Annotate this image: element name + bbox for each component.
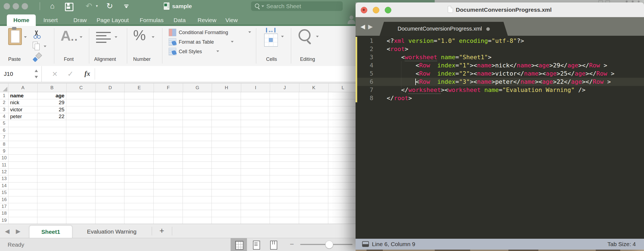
page-layout-view-button[interactable] <box>248 238 264 251</box>
formula-input[interactable] <box>96 66 356 82</box>
paste-button[interactable] <box>8 28 22 45</box>
sheet-tab-evaluation-warning[interactable]: Evaluation Warning <box>72 225 152 238</box>
column-header-K[interactable]: K <box>299 83 328 92</box>
cells-dropdown-icon[interactable] <box>281 36 284 37</box>
column-header-E[interactable]: E <box>124 83 154 92</box>
row-header-5[interactable]: 5 <box>0 120 8 127</box>
code-editor[interactable]: 1<?xml version="1.0" encoding="utf-8"?>2… <box>356 36 644 239</box>
row-header-4[interactable]: 4 <box>0 113 8 120</box>
editing-dropdown-icon[interactable] <box>316 36 319 37</box>
spreadsheet-grid[interactable]: 12345678910111213141516171819nameagenick… <box>0 92 356 224</box>
row-header-2[interactable]: 2 <box>0 99 8 106</box>
row-header-17[interactable]: 17 <box>0 203 8 210</box>
panel-toggle-icon[interactable] <box>362 241 369 247</box>
row-header-19[interactable]: 19 <box>0 217 8 224</box>
add-sheet-button[interactable]: + <box>158 224 166 238</box>
column-header-C[interactable]: C <box>66 83 96 92</box>
cell-B3[interactable]: 25 <box>37 106 67 113</box>
row-header-1[interactable]: 1 <box>0 92 8 99</box>
name-box-stepper[interactable] <box>34 69 38 79</box>
cell-A4[interactable]: peter <box>8 113 37 120</box>
row-header-9[interactable]: 9 <box>0 148 8 154</box>
share-person-icon[interactable] <box>347 15 356 24</box>
column-header-D[interactable]: D <box>96 83 125 92</box>
excel-status-bar: Ready − <box>0 238 356 251</box>
row-header-8[interactable]: 8 <box>0 141 8 148</box>
zoom-slider-knob[interactable] <box>325 241 333 249</box>
row-header-14[interactable]: 14 <box>0 182 8 189</box>
ribbon-tab-data[interactable]: Data <box>167 14 192 26</box>
ribbon-tab-review[interactable]: Review <box>191 14 223 26</box>
cell-A3[interactable]: victor <box>8 106 37 113</box>
row-header-18[interactable]: 18 <box>0 210 8 217</box>
code-line-5[interactable]: 5 <Row index="2"><name>victor</name><age… <box>356 70 644 78</box>
editor-file-tab[interactable]: DocumentConversionProgress.xml <box>380 22 508 36</box>
cell-B4[interactable]: 22 <box>37 113 67 120</box>
ribbon-tab-draw[interactable]: Draw <box>67 14 93 26</box>
cell-B1[interactable]: age <box>37 92 67 99</box>
code-line-3[interactable]: 3 <worksheet name="Sheet1"> <box>356 53 644 61</box>
number-dropdown-icon[interactable] <box>152 36 154 38</box>
cancel-icon[interactable]: ✕ <box>51 66 59 82</box>
row-header-16[interactable]: 16 <box>0 196 8 203</box>
row-header-3[interactable]: 3 <box>0 106 8 113</box>
normal-view-button[interactable] <box>231 238 247 251</box>
sheet-tab-divider <box>172 227 172 235</box>
code-line-6[interactable]: 6 <Row index="3"><name>peter</name><age>… <box>356 78 644 86</box>
tab-size[interactable]: Tab Size: 4 <box>607 239 636 250</box>
ribbon-tab-page-layout[interactable]: Page Layout <box>90 14 135 26</box>
column-header-L[interactable]: L <box>328 83 356 92</box>
code-line-2[interactable]: 2<root> <box>356 45 644 53</box>
paste-dropdown-icon[interactable] <box>24 36 27 38</box>
sheet-nav-back-icon[interactable]: ◀ <box>5 228 10 235</box>
row-header-10[interactable]: 10 <box>0 154 8 161</box>
insert-function-icon[interactable]: fx <box>82 66 92 81</box>
code-line-4[interactable]: 4 <Row index="1"><name>nick</name><age>2… <box>356 61 644 70</box>
code-line-8[interactable]: 8</root> <box>356 94 644 102</box>
cells-group-icon[interactable] <box>264 34 278 47</box>
ribbon-tab-formulas[interactable]: Formulas <box>133 14 170 26</box>
row-header-13[interactable]: 13 <box>0 175 8 182</box>
column-header-B[interactable]: B <box>37 83 67 92</box>
row-header-7[interactable]: 7 <box>0 134 8 141</box>
code-line-1[interactable]: 1<?xml version="1.0" encoding="utf-8"?> <box>356 37 644 45</box>
number-group-icon[interactable]: % <box>133 27 146 43</box>
cell-A2[interactable]: nick <box>8 99 37 106</box>
ribbon-tab-insert[interactable]: Insert <box>37 14 64 26</box>
copy-icon[interactable] <box>33 42 41 50</box>
format-painter-icon[interactable] <box>32 53 41 62</box>
ribbon-tab-view[interactable]: View <box>219 14 244 26</box>
formula-divider <box>95 68 95 80</box>
cell-A1[interactable]: name <box>8 92 37 99</box>
cut-icon[interactable] <box>32 30 41 38</box>
row-header-11[interactable]: 11 <box>0 162 8 168</box>
row-header-6[interactable]: 6 <box>0 127 8 134</box>
row-header-12[interactable]: 12 <box>0 168 8 175</box>
font-group-icon[interactable]: A.. <box>61 28 77 47</box>
enter-icon[interactable]: ✓ <box>66 66 74 82</box>
name-box[interactable]: J10 <box>0 66 42 82</box>
column-header-H[interactable]: H <box>212 83 241 92</box>
font-dropdown-icon[interactable] <box>80 36 82 38</box>
select-all-corner[interactable] <box>3 87 7 91</box>
code-line-7[interactable]: 7 </worksheet><worksheet name="Evaluatio… <box>356 86 644 94</box>
nav-back-icon[interactable]: ◀ <box>360 23 365 30</box>
ribbon-tab-home[interactable]: Home <box>7 14 36 26</box>
copy-dropdown-icon[interactable] <box>44 46 46 47</box>
alignment-group-icon[interactable] <box>96 32 111 44</box>
page-break-view-button[interactable] <box>265 238 281 251</box>
nav-forward-icon[interactable]: ▶ <box>368 23 373 30</box>
column-header-I[interactable]: I <box>241 83 270 92</box>
column-header-A[interactable]: A <box>8 83 37 92</box>
column-header-G[interactable]: G <box>183 83 212 92</box>
column-header-F[interactable]: F <box>154 83 183 92</box>
search-input[interactable]: Search Sheet <box>251 1 343 11</box>
sheet-tab-sheet1[interactable]: Sheet1 <box>29 225 72 238</box>
editing-group-icon[interactable] <box>299 29 311 41</box>
zoom-out-icon[interactable]: − <box>290 238 294 250</box>
sheet-nav-forward-icon[interactable]: ▶ <box>16 228 20 235</box>
row-header-15[interactable]: 15 <box>0 189 8 196</box>
alignment-dropdown-icon[interactable] <box>115 36 117 38</box>
column-header-J[interactable]: J <box>270 83 299 92</box>
cell-B2[interactable]: 29 <box>37 99 67 106</box>
